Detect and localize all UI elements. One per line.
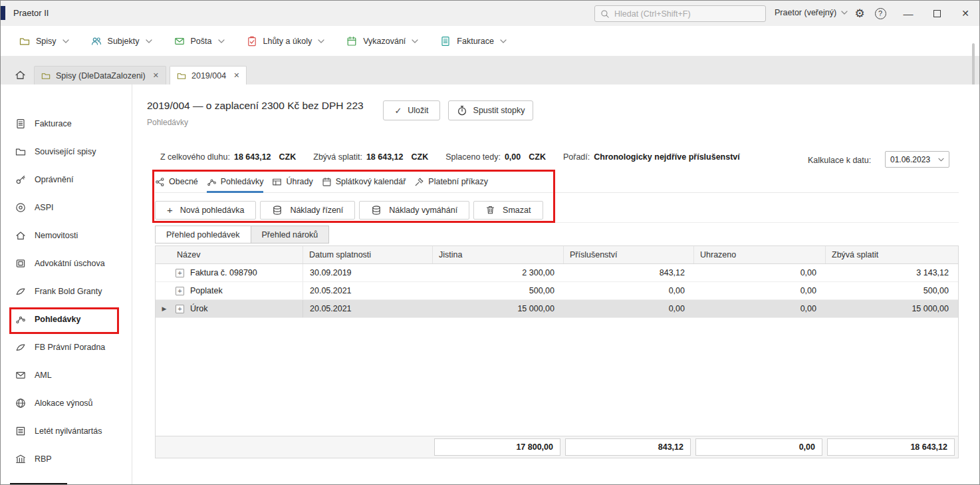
sidebar-item-souvisejici-spisy[interactable]: Související spisy (1, 138, 132, 166)
settings-button[interactable]: ⚙ (851, 6, 868, 21)
folder-icon (41, 71, 51, 81)
calc-date-select[interactable]: 01.06.2023 (885, 151, 949, 168)
menu-lhuty-a-ukoly[interactable]: Lhůty a úkoly (247, 36, 325, 47)
key-icon (15, 174, 26, 185)
bird-icon (15, 342, 26, 353)
paid-label: Splaceno tedy: (445, 152, 501, 162)
menu-label: Fakturace (457, 37, 494, 46)
menu-vykazovani[interactable]: Vykazování (346, 36, 418, 47)
sidebar-item-rbp[interactable]: RBP (1, 445, 132, 473)
trash-icon (485, 205, 495, 215)
sidebar-item-label: Fakturace (35, 119, 72, 128)
expand-plus-icon[interactable]: + (176, 287, 184, 295)
user-menu[interactable]: Praetor (veřejný) (775, 8, 848, 17)
menu-label: Lhůty a úkoly (263, 37, 312, 46)
menu-subjekty[interactable]: Subjekty (91, 36, 152, 47)
remaining-value: 18 643,12 (366, 152, 404, 162)
tab-pohledavky[interactable]: Pohledávky (207, 171, 264, 192)
tab-obecne[interactable]: Obecné (155, 171, 198, 192)
tab-splatkovy-kalendar[interactable]: Splátkový kalendář (322, 171, 406, 192)
column-header[interactable]: Jistina (433, 246, 564, 263)
sidebar-item-label: RBP (35, 454, 52, 464)
maximize-button[interactable] (928, 6, 945, 21)
sidebar-item-alokace-vynosu[interactable]: Alokace výnosů (1, 389, 132, 417)
home-button[interactable] (9, 65, 31, 84)
menu-label: Pošta (191, 37, 212, 46)
row-paid: 0,00 (694, 300, 826, 317)
column-header[interactable]: Zbývá splatit (826, 246, 958, 263)
column-header[interactable]: Příslušenství (564, 246, 694, 263)
table-row-selected[interactable]: ▶ + Úrok 20.05.2021 15 000,00 0,00 0,00 … (156, 300, 958, 318)
column-header[interactable]: Uhrazeno (694, 246, 826, 263)
search-input[interactable] (614, 9, 760, 19)
column-header[interactable]: Název (156, 246, 303, 263)
row-name: Poplatek (190, 286, 223, 295)
help-button[interactable]: ? (872, 6, 889, 21)
expand-plus-icon[interactable]: + (176, 269, 184, 277)
sidebar-item-aml[interactable]: AML (1, 361, 132, 389)
title-bar: Praetor II Praetor (veřejný) ⚙ ? — ✕ (1, 1, 979, 26)
detail-tab-strip: Obecné Pohledávky Úhrady Splátkový kalen… (155, 171, 959, 193)
tab-platebni-prikazy[interactable]: Platební příkazy (414, 171, 488, 192)
new-receivable-button[interactable]: + Nová pohledávka (155, 201, 256, 220)
tab-2019-004[interactable]: 2019/004 ✕ (170, 66, 247, 84)
tab-label: Úhrady (286, 177, 312, 186)
expand-plus-icon[interactable]: + (176, 305, 184, 313)
debt-total-currency: CZK (279, 152, 297, 162)
row-accessory: 0,00 (564, 300, 694, 317)
tab-spisy-dledatazalozeni[interactable]: Spisy (DleDataZalozeni) ✕ (34, 66, 166, 84)
menu-posta[interactable]: Pošta (174, 36, 225, 47)
sidebar-item-fakturace[interactable]: Fakturace (1, 110, 132, 138)
coins-icon (371, 205, 382, 216)
table-row[interactable]: + Poplatek 20.05.2021 500,00 0,00 0,00 5… (156, 282, 958, 300)
menu-label: Vykazování (363, 37, 406, 46)
calendar-icon (346, 36, 357, 47)
save-button[interactable]: ✓ Uložit (383, 100, 440, 120)
subtab-prehled-naroku[interactable]: Přehled nároků (251, 226, 330, 243)
folder-icon (15, 146, 26, 157)
close-icon[interactable]: ✕ (233, 71, 239, 80)
paid-value: 0,00 (505, 152, 521, 162)
document-tab-bar: Spisy (DleDataZalozeni) ✕ 2019/004 ✕ (1, 56, 979, 84)
global-search[interactable] (594, 5, 766, 22)
close-icon[interactable]: ✕ (153, 71, 159, 80)
maximize-icon (933, 10, 941, 17)
chevron-down-icon (841, 11, 848, 15)
bank-icon (15, 454, 26, 464)
enforcement-costs-button[interactable]: Náklady vymáhání (359, 201, 469, 220)
row-paid: 0,00 (694, 282, 826, 299)
sidebar-item-letet-nyilvantartas[interactable]: Letét nyilvántartás (1, 417, 132, 445)
plus-icon: + (167, 204, 173, 216)
sidebar-item-frank-bold-granty[interactable]: Frank Bold Granty (1, 277, 132, 305)
close-button[interactable]: ✕ (957, 6, 974, 21)
tab-uhrady[interactable]: Úhrady (272, 171, 312, 192)
remaining-label: Zbývá splatit: (313, 152, 362, 162)
page-subtitle: Pohledávky (147, 118, 188, 127)
sidebar-item-pohledavky[interactable]: Pohledávky (1, 305, 132, 333)
court-costs-button[interactable]: Náklady řízení (260, 201, 355, 220)
tab-label: Spisy (DleDataZalozeni) (56, 71, 146, 81)
graph-icon (207, 177, 217, 187)
sidebar-item-label: Nemovitosti (35, 231, 78, 240)
minimize-button[interactable]: — (900, 6, 917, 21)
total-accessory: 843,12 (565, 438, 691, 456)
delete-button[interactable]: Smazat (473, 201, 543, 220)
page-title: 2019/004 — o zaplacení 2300 Kč bez DPH 2… (147, 100, 364, 112)
start-timer-button[interactable]: Spustit stopky (448, 100, 533, 120)
sidebar-item-advokatni-uschova[interactable]: Advokátní úschova (1, 249, 132, 277)
table-row[interactable]: + Faktura č. 098790 30.09.2019 2 300,00 … (156, 264, 958, 282)
sidebar-item-aspi[interactable]: ASPI (1, 194, 132, 222)
row-due-date: 20.05.2021 (303, 282, 433, 299)
document-icon (15, 118, 26, 129)
coins-icon (272, 205, 283, 216)
sidebar-item-fb-pravni-poradna[interactable]: FB Právní Poradna (1, 333, 132, 361)
house-icon (15, 230, 26, 241)
clipboard-check-icon (247, 36, 257, 47)
sidebar-item-opravneni[interactable]: Oprávnění (1, 166, 132, 194)
document-icon (440, 36, 451, 47)
subtab-prehled-pohledavek[interactable]: Přehled pohledávek (155, 226, 251, 243)
menu-fakturace[interactable]: Fakturace (440, 36, 507, 47)
column-header[interactable]: Datum splatnosti (303, 246, 433, 263)
menu-spisy[interactable]: Spisy (19, 36, 69, 47)
sidebar-item-nemovitosti[interactable]: Nemovitosti (1, 222, 132, 249)
